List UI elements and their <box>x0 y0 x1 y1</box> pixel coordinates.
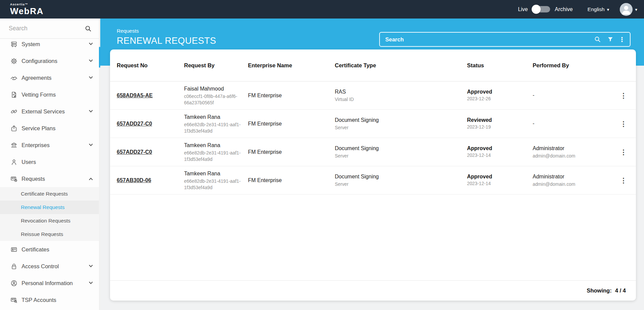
sidebar-item-label: External Services <box>22 108 90 115</box>
sidebar-item-service-plans[interactable]: Service Plans <box>0 120 100 137</box>
request-by-name: Tamkeen Rana <box>184 113 248 121</box>
toggle-knob[interactable] <box>532 5 541 14</box>
row-actions-kebab-icon[interactable] <box>618 146 629 158</box>
chevron-down-icon <box>89 109 93 112</box>
performed-by: Administrator <box>533 144 614 152</box>
box-arrow-up-icon <box>10 125 17 132</box>
performed-by: - <box>533 119 614 127</box>
showing-value: 4 / 4 <box>615 287 626 294</box>
filter-icon[interactable] <box>607 36 614 43</box>
chevron-down-icon <box>89 264 93 267</box>
sidebar-item-label: Service Plans <box>22 125 92 132</box>
handshake-icon <box>10 74 17 81</box>
card-clock-icon <box>10 175 17 182</box>
table-search-input[interactable] <box>385 36 588 43</box>
status-value: Approved <box>467 174 533 180</box>
search-icon[interactable] <box>594 36 601 43</box>
sidebar-item-label: Users <box>22 159 92 165</box>
sidebar-item-system[interactable]: System <box>0 36 100 53</box>
sidebar-item-label: System <box>22 41 90 47</box>
row-actions-kebab-icon[interactable] <box>618 90 629 101</box>
page-head: Requests RENEWAL REQUESTS <box>117 28 216 46</box>
card-search-icon <box>10 296 17 304</box>
request-by-name: Tamkeen Rana <box>184 141 248 149</box>
sidebar-item-revocation-requests[interactable]: Revocation Requests <box>0 214 100 228</box>
enterprise-name: FM Enterprise <box>248 120 335 128</box>
column-header-request-no: Request No <box>117 62 184 69</box>
chevron-down-icon <box>89 75 93 79</box>
sidebar-item-vetting-forms[interactable]: Vetting Forms <box>0 86 100 103</box>
status-value: Approved <box>467 145 533 151</box>
sidebar-item-certificate-requests[interactable]: Certificate Requests <box>0 187 100 201</box>
submenu-item-label: Reissue Requests <box>21 231 63 237</box>
certificate-type: RAS <box>335 88 467 96</box>
brand-company: Ascertia™ <box>10 3 43 6</box>
sidebar-item-configurations[interactable]: Configurations <box>0 53 100 69</box>
brand-product: WebRA <box>10 7 43 15</box>
request-no-link[interactable]: 657AB30D-06 <box>117 177 151 183</box>
person-circle-icon <box>10 279 17 287</box>
sidebar-item-label: Configurations <box>22 58 90 64</box>
sidebar-item-access-control[interactable]: Access Control <box>0 258 100 275</box>
column-header-performed-by: Performed By <box>533 62 614 69</box>
chevron-down-icon <box>89 58 93 62</box>
request-by-name: Tamkeen Rana <box>184 170 248 177</box>
request-no-link[interactable]: 658AD9A5-AE <box>117 93 153 98</box>
sidebar-item-tsp-accounts[interactable]: TSP Accounts <box>0 291 100 308</box>
sidebar-item-certificates[interactable]: Certificates <box>0 241 100 258</box>
live-label: Live <box>518 6 528 12</box>
chevron-down-icon <box>607 6 609 12</box>
request-by-id: e66e82db-2e31-4191-aaf1-1f3d53ef4a9d <box>184 178 242 191</box>
sidebar-item-enterprises[interactable]: Enterprises <box>0 137 100 153</box>
main-content: Requests RENEWAL REQUESTS Request No Req… <box>100 19 644 310</box>
status-date: 2023-12-14 <box>467 180 533 187</box>
chevron-down-icon <box>89 142 93 146</box>
sidebar-item-requests[interactable]: Requests <box>0 170 100 187</box>
table-search-bar <box>379 32 631 47</box>
certificate-type: Document Signing <box>335 144 467 152</box>
lock-icon <box>10 263 17 270</box>
request-by-id: e66e82db-2e31-4191-aaf1-1f3d53ef4a9d <box>184 122 242 135</box>
sidebar-item-renewal-requests[interactable]: Renewal Requests <box>0 201 100 214</box>
sidebar-item-label: Vetting Forms <box>22 92 92 98</box>
status-date: 2023-12-19 <box>467 124 533 130</box>
chevron-down-icon <box>89 41 93 45</box>
performed-by: Administrator <box>533 173 614 180</box>
request-no-link[interactable]: 657ADD27-C0 <box>117 121 152 127</box>
sidebar-scrollbar-thumb[interactable] <box>99 47 100 68</box>
user-menu[interactable] <box>620 3 637 16</box>
language-dropdown[interactable]: English <box>587 6 609 12</box>
status-date: 2023-12-14 <box>467 152 533 159</box>
request-no-link[interactable]: 657ADD27-C0 <box>117 149 152 155</box>
request-by-name: Faisal Mahmood <box>184 85 248 93</box>
sidebar-item-users[interactable]: Users <box>0 153 100 170</box>
row-actions-kebab-icon[interactable] <box>618 118 629 130</box>
table-footer: Showing: 4 / 4 <box>110 280 636 301</box>
sidebar-search-input[interactable] <box>9 25 85 32</box>
status-value: Approved <box>467 89 533 95</box>
sidebar-item-reissue-requests[interactable]: Reissue Requests <box>0 228 100 241</box>
avatar[interactable] <box>620 3 633 16</box>
performed-by: - <box>533 91 614 99</box>
breadcrumb: Requests <box>117 28 216 34</box>
renewal-requests-table-card: Request No Request By Enterprise Name Ce… <box>110 49 636 301</box>
live-archive-toggle[interactable] <box>533 6 550 12</box>
topbar-actions: Live Archive English <box>518 3 644 16</box>
sidebar-item-agreements[interactable]: Agreements <box>0 69 100 86</box>
enterprise-name: FM Enterprise <box>248 92 335 99</box>
sidebar-item-label: TSP Accounts <box>22 297 92 303</box>
search-icon[interactable] <box>85 25 92 32</box>
user-icon <box>10 158 17 166</box>
performed-by-email: admin@domain.com <box>533 153 614 159</box>
table-row: 657ADD27-C0 Tamkeen Rana e66e82db-2e31-4… <box>110 138 636 166</box>
sidebar-item-label: Certificates <box>22 246 92 253</box>
sidebar-item-personal-information[interactable]: Personal Information <box>0 275 100 291</box>
certificate-subtype: Server <box>335 181 467 187</box>
status-date: 2023-12-26 <box>467 96 533 102</box>
chevron-down-icon <box>89 280 93 284</box>
sidebar-item-external-services[interactable]: External Services <box>0 103 100 120</box>
certificate-subtype: Virtual ID <box>335 96 467 103</box>
more-options-icon[interactable] <box>619 36 625 43</box>
chevron-down-icon <box>635 6 637 12</box>
row-actions-kebab-icon[interactable] <box>618 175 629 186</box>
